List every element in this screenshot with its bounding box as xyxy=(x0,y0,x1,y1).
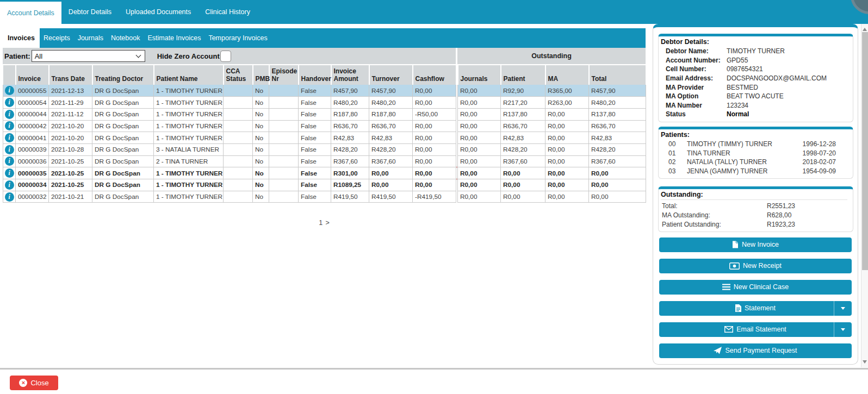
dropdown-toggle[interactable] xyxy=(834,322,852,337)
new-clinical-case-button[interactable]: New Clinical Case xyxy=(659,280,852,295)
invoice-row-00000054[interactable]: i000000542021-11-29DR G DocSpan1 - TIMOT… xyxy=(3,97,646,109)
info-icon[interactable]: i xyxy=(5,145,14,154)
outstanding-value: R628,00 xyxy=(767,211,791,219)
turnover-cell: R187,80 xyxy=(369,108,413,120)
debtor-field: StatusNormal xyxy=(661,110,847,119)
invoice-cell: 00000042 xyxy=(16,120,49,132)
patient-name: TINA TURNER xyxy=(687,149,803,157)
vertical-scrollbar[interactable] xyxy=(861,24,868,367)
scroll-up-arrow-icon[interactable] xyxy=(863,28,867,31)
scroll-down-arrow-icon[interactable] xyxy=(863,360,867,364)
subtab-estimate-invoices[interactable]: Estimate Invoices xyxy=(144,28,204,48)
tab-uploaded-documents[interactable]: Uploaded Documents xyxy=(119,0,198,24)
subtab-journals[interactable]: Journals xyxy=(74,28,107,48)
statement-button[interactable]: Statement xyxy=(659,301,852,316)
email-statement-button[interactable]: Email Statement xyxy=(659,322,852,337)
invoice-amount-cell: R367,60 xyxy=(331,155,369,167)
invoice-row-00000034[interactable]: i000000342021-10-25DR G DocSpan1 - TIMOT… xyxy=(3,179,646,191)
patient-filter-value: All xyxy=(35,52,42,60)
ma-cell: R0,00 xyxy=(545,143,589,155)
journals-cell: R0,00 xyxy=(458,179,501,191)
patient-name-cell: 1 - TIMOTHY TURNER xyxy=(154,108,224,120)
ma-cell: R0,00 xyxy=(545,191,589,203)
subtab-temporary-invoices[interactable]: Temporary Invoices xyxy=(204,28,271,48)
cca-status-cell xyxy=(224,155,253,167)
corner-decoration xyxy=(851,0,868,14)
cca-status-cell xyxy=(224,179,253,191)
pmb-cell: No xyxy=(253,132,269,144)
info-icon[interactable]: i xyxy=(5,98,14,107)
info-icon[interactable]: i xyxy=(5,168,14,178)
page-next[interactable]: > xyxy=(326,219,330,227)
tab-clinical-history[interactable]: Clinical History xyxy=(198,0,257,24)
outstanding-row: Total:R2551,23 xyxy=(661,202,847,211)
journals-cell: R0,00 xyxy=(458,108,501,120)
total-cell: R636,70 xyxy=(589,120,646,132)
info-icon[interactable]: i xyxy=(5,180,14,190)
patient-code: 02 xyxy=(668,158,687,166)
subtab-invoices[interactable]: Invoices xyxy=(3,28,40,48)
send-payment-request-button[interactable]: Send Payment Request xyxy=(659,343,852,358)
invoice-cell: 00000039 xyxy=(16,143,49,155)
chevron-down-icon xyxy=(135,53,141,58)
invoice-row-00000041[interactable]: i000000412021-10-20DR G DocSpan1 - TIMOT… xyxy=(3,132,646,144)
subtab-notebook[interactable]: Notebook xyxy=(107,28,144,48)
patient-name-cell: 1 - TIMOTHY TURNER xyxy=(154,132,224,144)
debtor-field-value: 0987654321 xyxy=(727,65,763,73)
new-invoice-button[interactable]: New Invoice xyxy=(659,237,852,252)
invoice-row-00000035[interactable]: i000000352021-10-25DR G DocSpan1 - TIMOT… xyxy=(3,167,646,179)
invoice-row-00000032[interactable]: i000000322021-10-21DR G DocSpan1 - TIMOT… xyxy=(3,191,646,203)
page-number-current[interactable]: 1 xyxy=(319,219,323,227)
column-header-info xyxy=(3,65,16,85)
trans-date-cell: 2021-10-25 xyxy=(49,155,92,167)
turnover-cell: R42,83 xyxy=(369,132,413,144)
info-icon[interactable]: i xyxy=(5,86,14,95)
total-cell: R428,20 xyxy=(589,143,646,155)
sub-tab-bar: Invoices Receipts Journals Notebook Esti… xyxy=(3,28,646,48)
ma-cell: R0,00 xyxy=(545,132,589,144)
invoice-row-00000042[interactable]: i000000422021-10-20DR G DocSpan1 - TIMOT… xyxy=(3,120,646,132)
invoice-row-00000055[interactable]: i000000552021-12-13DR G DocSpan1 - TIMOT… xyxy=(3,85,646,97)
invoice-row-00000044[interactable]: i000000442021-11-12DR G DocSpan1 - TIMOT… xyxy=(3,108,646,120)
tab-account-details[interactable]: Account Details xyxy=(0,2,61,24)
column-header-cca-status: CCA Status xyxy=(224,65,253,85)
trans-date-cell: 2021-10-20 xyxy=(49,120,92,132)
patient-row: 03JENNA (GAMMY) TURNER1954-09-09 xyxy=(661,167,847,176)
episode-nr-cell xyxy=(269,85,299,97)
patient-name-cell: 1 - TIMOTHY TURNER xyxy=(154,85,224,97)
dropdown-toggle[interactable] xyxy=(834,301,852,316)
hide-zero-account-checkbox[interactable] xyxy=(220,51,231,62)
patient-filter-select[interactable]: All xyxy=(32,50,145,62)
patient-name-cell: 1 - TIMOTHY TURNER xyxy=(154,179,224,191)
patients-panel: Patients: 00TIMOTHY (TIMMY) TURNER1996-1… xyxy=(658,127,853,179)
handover-cell: False xyxy=(299,108,331,120)
tab-debtor-details[interactable]: Debtor Details xyxy=(61,0,119,24)
info-icon[interactable]: i xyxy=(5,110,14,119)
info-icon[interactable]: i xyxy=(5,192,14,202)
invoice-row-00000039[interactable]: i000000392021-10-28DR G DocSpan3 - NATAL… xyxy=(3,143,646,155)
patient-name: NATALIA (TALLY) TURNER xyxy=(687,158,803,166)
info-icon[interactable]: i xyxy=(5,133,14,142)
column-header-journals: Journals xyxy=(458,65,501,85)
info-icon[interactable]: i xyxy=(5,121,14,130)
pmb-cell: No xyxy=(253,108,269,120)
episode-nr-cell xyxy=(269,108,299,120)
subtab-receipts[interactable]: Receipts xyxy=(40,28,74,48)
episode-nr-cell xyxy=(269,167,299,179)
new-receipt-button[interactable]: New Receipt xyxy=(659,259,852,273)
action-buttons: New InvoiceNew ReceiptNew Clinical CaseS… xyxy=(653,237,858,358)
button-label: Email Statement xyxy=(736,326,786,333)
column-header-episode-nr: Episode Nr xyxy=(269,65,299,85)
turnover-cell: R428,20 xyxy=(369,143,413,155)
debtor-sidebar: Debtor Details: Debtor Name:TIMOTHY TURN… xyxy=(653,24,858,365)
cca-status-cell xyxy=(224,132,253,144)
info-icon[interactable]: i xyxy=(5,157,14,166)
scrollbar-thumb[interactable] xyxy=(862,32,868,270)
invoice-amount-cell: R1089,25 xyxy=(331,179,369,191)
cca-status-cell xyxy=(224,167,253,179)
invoice-row-00000036[interactable]: i000000362021-10-25DR G DocSpan2 - TINA … xyxy=(3,155,646,167)
close-button[interactable]: × Close xyxy=(10,376,58,390)
outstanding-label: MA Outstanding: xyxy=(662,211,767,219)
total-cell: R42,83 xyxy=(589,132,646,144)
trans-date-cell: 2021-10-25 xyxy=(49,167,92,179)
